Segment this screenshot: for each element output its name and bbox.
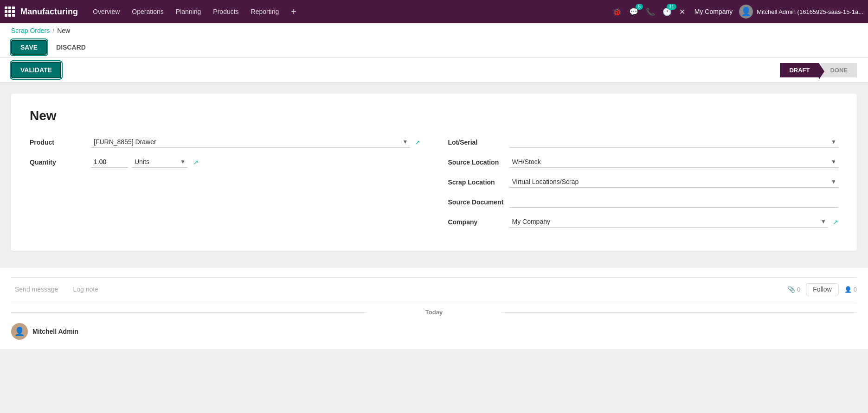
product-label: Product bbox=[30, 139, 85, 146]
save-button[interactable]: SAVE bbox=[11, 40, 47, 55]
quantity-field-wrap: Units ▼ ↗ bbox=[91, 156, 420, 168]
menu-reporting[interactable]: Reporting bbox=[245, 5, 285, 18]
form-title: New bbox=[30, 108, 838, 123]
phone-icon[interactable]: 📞 bbox=[644, 6, 657, 18]
form-col-right: Lot/Serial ▼ Source Location WH/Stock bbox=[448, 136, 839, 236]
username-label: Mitchell Admin (16165925-saas-15-1a... bbox=[757, 8, 863, 15]
validate-button[interactable]: VALIDATE bbox=[11, 62, 61, 78]
breadcrumb-bar: Scrap Orders / New SAVE DISCARD bbox=[0, 23, 868, 58]
breadcrumb-parent[interactable]: Scrap Orders bbox=[11, 27, 50, 34]
status-bar: VALIDATE DRAFT DONE bbox=[0, 58, 868, 83]
company-select-wrap: My Company ▼ bbox=[509, 216, 829, 228]
product-select[interactable]: [FURN_8855] Drawer bbox=[91, 136, 410, 147]
form-body: Product [FURN_8855] Drawer ▼ ↗ Quantity bbox=[30, 136, 838, 236]
source-location-select-wrap: WH/Stock ▼ bbox=[509, 156, 839, 168]
product-select-wrap: [FURN_8855] Drawer ▼ bbox=[91, 136, 410, 148]
product-field-wrap: [FURN_8855] Drawer ▼ ↗ bbox=[91, 136, 420, 148]
main-menu: Overview Operations Planning Products Re… bbox=[87, 4, 609, 20]
followers-meta: 👤 0 bbox=[844, 286, 857, 293]
units-select-wrap: Units ▼ bbox=[132, 156, 187, 168]
lot-serial-row: Lot/Serial ▼ bbox=[448, 136, 839, 148]
scrap-location-select-wrap: Virtual Locations/Scrap ▼ bbox=[509, 176, 839, 188]
form-col-left: Product [FURN_8855] Drawer ▼ ↗ Quantity bbox=[30, 136, 420, 236]
scrap-location-row: Scrap Location Virtual Locations/Scrap ▼ bbox=[448, 176, 839, 188]
app-brand: Manufacturing bbox=[20, 7, 78, 17]
menu-products[interactable]: Products bbox=[207, 5, 244, 18]
source-location-select[interactable]: WH/Stock bbox=[509, 156, 839, 167]
chatter-avatar: 👤 bbox=[11, 323, 28, 340]
menu-overview[interactable]: Overview bbox=[87, 5, 125, 18]
person-icon: 👤 bbox=[844, 286, 852, 293]
lot-serial-label: Lot/Serial bbox=[448, 139, 504, 146]
attachments-meta: 📎 0 bbox=[787, 286, 800, 293]
quantity-input[interactable] bbox=[91, 156, 128, 168]
chatter-right: 📎 0 Follow 👤 0 bbox=[787, 283, 857, 295]
menu-planning[interactable]: Planning bbox=[170, 5, 207, 18]
main-content: New Product [FURN_8855] Drawer ▼ ↗ bbox=[0, 83, 868, 268]
chat-icon[interactable]: 💬 5 bbox=[627, 6, 640, 18]
attachments-count: 0 bbox=[797, 286, 800, 293]
status-draft[interactable]: DRAFT bbox=[780, 63, 819, 77]
messages-badge: 5 bbox=[636, 4, 643, 10]
log-note-button[interactable]: Log note bbox=[69, 284, 102, 295]
units-select[interactable]: Units bbox=[132, 156, 187, 167]
status-pipeline: DRAFT DONE bbox=[780, 63, 857, 77]
action-bar: SAVE DISCARD bbox=[11, 37, 857, 57]
clock-badge: 31 bbox=[667, 4, 676, 10]
quantity-row: Quantity Units ▼ ↗ bbox=[30, 156, 420, 168]
scrap-location-label: Scrap Location bbox=[448, 178, 504, 186]
app-grid-icon[interactable] bbox=[5, 6, 15, 17]
company-row: Company My Company ▼ ↗ bbox=[448, 216, 839, 228]
menu-operations[interactable]: Operations bbox=[126, 5, 169, 18]
discard-button[interactable]: DISCARD bbox=[51, 41, 91, 54]
source-location-label: Source Location bbox=[448, 159, 504, 166]
today-divider: Today bbox=[11, 309, 857, 316]
chatter-section: Send message Log note 📎 0 Follow 👤 0 Tod… bbox=[0, 268, 868, 349]
source-location-row: Source Location WH/Stock ▼ bbox=[448, 156, 839, 168]
user-avatar[interactable]: 👤 bbox=[739, 5, 753, 19]
product-row: Product [FURN_8855] Drawer ▼ ↗ bbox=[30, 136, 420, 148]
lot-serial-select[interactable] bbox=[509, 136, 839, 147]
breadcrumb: Scrap Orders / New bbox=[11, 27, 857, 34]
chatter-username: Mitchell Admin bbox=[32, 328, 78, 335]
company-field-wrap: My Company ▼ ↗ bbox=[509, 216, 839, 228]
paperclip-icon: 📎 bbox=[787, 286, 795, 293]
company-label: Company bbox=[448, 218, 504, 226]
source-document-row: Source Document bbox=[448, 196, 839, 208]
send-message-button[interactable]: Send message bbox=[11, 284, 62, 295]
clock-icon[interactable]: 🕐 31 bbox=[661, 6, 674, 18]
company-external-link[interactable]: ↗ bbox=[833, 218, 838, 226]
follow-button[interactable]: Follow bbox=[806, 283, 838, 295]
breadcrumb-current: New bbox=[57, 27, 70, 34]
breadcrumb-separator: / bbox=[52, 27, 54, 34]
lot-serial-select-wrap: ▼ bbox=[509, 136, 839, 148]
units-external-link[interactable]: ↗ bbox=[193, 159, 199, 166]
chatter-toolbar: Send message Log note 📎 0 Follow 👤 0 bbox=[11, 277, 857, 301]
chatter-user-row: 👤 Mitchell Admin bbox=[11, 323, 857, 340]
top-navigation: Manufacturing Overview Operations Planni… bbox=[0, 0, 868, 23]
settings-icon[interactable]: ✕ bbox=[677, 6, 687, 18]
bug-icon[interactable]: 🐞 bbox=[611, 6, 624, 18]
company-select[interactable]: My Company bbox=[509, 216, 829, 227]
source-document-input[interactable] bbox=[509, 196, 839, 208]
source-document-label: Source Document bbox=[448, 198, 504, 206]
followers-count: 0 bbox=[854, 286, 857, 293]
scrap-location-select[interactable]: Virtual Locations/Scrap bbox=[509, 176, 839, 187]
form-card: New Product [FURN_8855] Drawer ▼ ↗ bbox=[11, 94, 857, 251]
topnav-icons: 🐞 💬 5 📞 🕐 31 ✕ My Company 👤 Mitchell Adm… bbox=[611, 5, 863, 19]
menu-add[interactable]: + bbox=[285, 4, 302, 20]
quantity-label: Quantity bbox=[30, 159, 85, 166]
status-done[interactable]: DONE bbox=[821, 63, 857, 77]
product-external-link[interactable]: ↗ bbox=[415, 139, 420, 146]
company-name: My Company bbox=[694, 8, 733, 15]
